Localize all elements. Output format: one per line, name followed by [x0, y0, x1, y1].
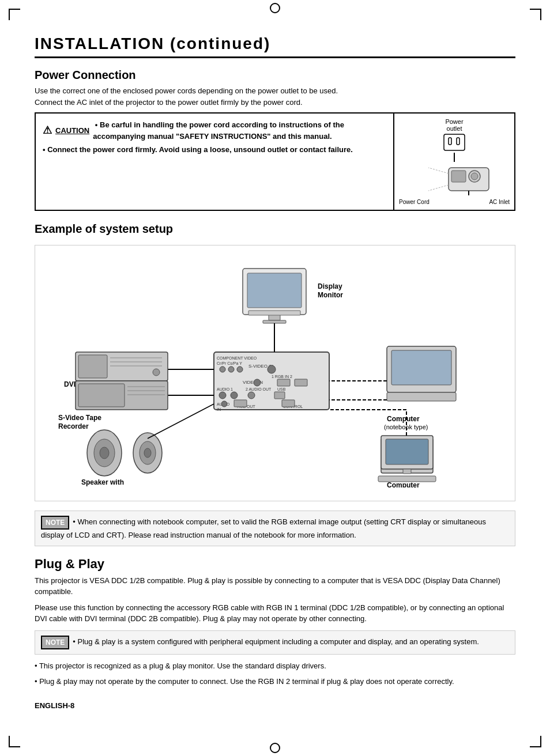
- note-badge-2: NOTE: [41, 636, 69, 649]
- system-setup-note-container: NOTE• When connecting with notebook comp…: [35, 511, 515, 546]
- plug-play-para-2: Please use this function by connecting t…: [35, 602, 515, 625]
- ac-inlet-label: AC Inlet: [489, 199, 510, 205]
- svg-text:COMPONENT VIDEO: COMPONENT VIDEO: [217, 356, 257, 360]
- system-setup-svg: Display Monitor COMPONENT VIDEO Cr/Pr Cs…: [47, 257, 519, 487]
- corner-mark-br: [530, 736, 541, 747]
- plug-play-bullet-1: • This projector is recognized as a plug…: [35, 660, 515, 672]
- svg-rect-40: [234, 400, 247, 407]
- caution-triangle-icon: ⚠: [43, 123, 52, 138]
- svg-text:IN: IN: [217, 407, 221, 411]
- svg-point-84: [144, 448, 151, 458]
- caution-title-row: ⚠ CAUTION • Be carful in handling the po…: [43, 119, 386, 142]
- power-cord-label: Power Cord: [399, 199, 430, 205]
- plug-play-para-1: This projector is VESA DDC 1/2B compatib…: [35, 575, 515, 598]
- svg-point-81: [100, 447, 109, 459]
- svg-rect-2: [457, 138, 459, 145]
- svg-text:Recorder: Recorder: [58, 422, 89, 430]
- svg-point-21: [220, 366, 225, 372]
- system-setup-section: Example of system setup Display Monitor …: [35, 222, 515, 546]
- caution-image-area: Poweroutlet: [393, 114, 514, 210]
- svg-text:Computer: Computer: [387, 415, 420, 423]
- power-connection-description: Use the correct one of the enclosed powe…: [35, 85, 515, 108]
- svg-point-44: [221, 401, 227, 407]
- svg-point-22: [228, 366, 234, 372]
- svg-text:Speaker with: Speaker with: [81, 478, 124, 486]
- plug-play-bullet-2: • Plug & play may not operate by the com…: [35, 676, 515, 687]
- svg-point-30: [254, 379, 261, 386]
- page-title: INSTALLATION (continued): [35, 35, 515, 58]
- svg-point-23: [237, 366, 243, 372]
- svg-text:2  AUDIO OUT: 2 AUDIO OUT: [246, 387, 272, 391]
- svg-rect-0: [444, 134, 465, 150]
- svg-rect-63: [391, 350, 451, 385]
- caution-content: ⚠ CAUTION • Be carful in handling the po…: [36, 114, 393, 210]
- svg-text:Display: Display: [318, 282, 342, 290]
- svg-rect-41: [282, 400, 295, 407]
- svg-point-34: [219, 392, 226, 399]
- system-diagram: Display Monitor COMPONENT VIDEO Cr/Pr Cs…: [35, 245, 515, 501]
- svg-rect-64: [387, 392, 456, 401]
- corner-mark-tr: [530, 9, 541, 20]
- svg-point-6: [471, 173, 478, 180]
- svg-rect-13: [263, 320, 286, 323]
- svg-rect-14: [248, 311, 300, 315]
- svg-text:AUDIO 1: AUDIO 1: [217, 387, 233, 391]
- bottom-alignment-mark: [270, 743, 280, 753]
- outlet-svg: [443, 133, 466, 152]
- corner-mark-bl: [9, 736, 20, 747]
- power-connection-heading: Power Connection: [35, 69, 515, 82]
- svg-rect-18: [214, 352, 329, 410]
- top-alignment-mark: [270, 3, 280, 13]
- svg-point-36: [248, 392, 255, 399]
- plug-play-section: Plug & Play This projector is VESA DDC 1…: [35, 557, 515, 687]
- svg-rect-73: [403, 469, 411, 474]
- power-labels-row: Power Cord AC Inlet: [399, 199, 510, 205]
- svg-rect-1: [449, 138, 451, 145]
- system-setup-note-text: • When connecting with notebook computer…: [41, 517, 486, 539]
- svg-rect-37: [274, 392, 285, 399]
- svg-text:S-Video Tape: S-Video Tape: [58, 414, 101, 422]
- svg-text:Cr/Pr   Cs/Pa   Y: Cr/Pr Cs/Pa Y: [217, 361, 242, 365]
- svg-text:Computer: Computer: [387, 481, 420, 487]
- title-text: INSTALLATION (continued): [35, 35, 270, 52]
- svg-text:1   RGB IN   2: 1 RGB IN 2: [272, 375, 292, 379]
- caution-title-text: CAUTION: [55, 125, 89, 137]
- svg-point-35: [231, 392, 238, 399]
- page-footer: ENGLISH-8: [35, 701, 515, 710]
- caution-text1-inline: • Be carful in handling the power cord a…: [93, 119, 386, 142]
- caution-text2: • Connect the power cord firmly. Avoid u…: [43, 144, 386, 156]
- plug-play-note-text: • Plug & play is a system configured wit…: [73, 637, 479, 646]
- svg-text:amplifier: amplifier: [86, 487, 115, 487]
- svg-line-8: [428, 185, 449, 191]
- svg-rect-11: [247, 273, 302, 308]
- svg-rect-27: [277, 379, 290, 386]
- cord-line-1: [454, 153, 455, 162]
- svg-line-7: [428, 168, 449, 173]
- plug-play-heading: Plug & Play: [35, 557, 515, 572]
- plug-play-note-container: NOTE• Plug & play is a system configured…: [35, 630, 515, 655]
- projector-svg: [417, 162, 492, 196]
- svg-rect-4: [451, 171, 466, 182]
- svg-rect-56: [78, 384, 125, 407]
- svg-rect-28: [295, 379, 307, 386]
- corner-mark-tl: [9, 9, 20, 20]
- svg-point-53: [153, 369, 160, 376]
- svg-rect-72: [386, 439, 428, 464]
- power-diagram: Poweroutlet: [399, 118, 510, 205]
- note-badge-1: NOTE: [41, 516, 69, 530]
- power-outlet-label: Poweroutlet: [445, 118, 463, 132]
- caution-box: ⚠ CAUTION • Be carful in handling the po…: [35, 112, 515, 211]
- power-connection-section: Power Connection Use the correct one of …: [35, 69, 515, 211]
- svg-text:USB: USB: [277, 387, 286, 391]
- svg-text:Monitor: Monitor: [318, 291, 343, 299]
- svg-rect-49: [78, 355, 107, 378]
- system-setup-heading: Example of system setup: [35, 222, 515, 236]
- svg-point-25: [268, 365, 276, 373]
